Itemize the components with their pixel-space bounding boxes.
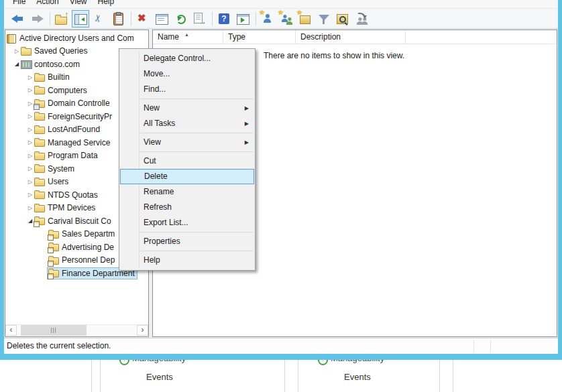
menu-separator xyxy=(140,151,254,152)
menubar-item-action[interactable]: Action xyxy=(36,0,58,6)
delete-icon xyxy=(135,11,150,26)
menu-item-new[interactable]: New xyxy=(119,101,255,116)
menu-item-move[interactable]: Move... xyxy=(119,66,255,82)
tree-expander-icon[interactable] xyxy=(26,149,34,163)
scrollbar-thumb[interactable] xyxy=(21,325,87,336)
menu-separator xyxy=(140,232,254,233)
toolbar-button-new-group[interactable] xyxy=(278,10,295,27)
column-header-description[interactable]: Description xyxy=(296,30,406,44)
menu-item-cut[interactable]: Cut xyxy=(119,153,255,169)
toolbar-button-console-window[interactable] xyxy=(234,10,251,27)
help-icon xyxy=(217,11,231,26)
refresh-icon xyxy=(173,11,188,26)
toolbar-button-properties[interactable] xyxy=(153,10,170,27)
tree-expander-icon[interactable] xyxy=(26,202,34,215)
menu-separator xyxy=(140,133,254,133)
toolbar-button-find[interactable] xyxy=(334,10,351,27)
console-body: Active Directory Users and ComSaved Quer… xyxy=(4,29,558,338)
toolbar-button-people-arrow[interactable] xyxy=(353,10,370,27)
toolbar-button-new-ou[interactable] xyxy=(296,10,314,27)
folder-icon xyxy=(34,149,46,163)
menu-item-rename[interactable]: Rename xyxy=(119,184,255,200)
column-header-name[interactable]: Name▲ xyxy=(153,30,223,44)
tree-item-label: Domain Controlle xyxy=(46,99,110,108)
menu-item-find[interactable]: Find... xyxy=(119,82,255,97)
tree-expander-icon[interactable] xyxy=(26,176,34,189)
find-icon xyxy=(335,11,350,26)
submenu-arrow-icon xyxy=(245,101,249,116)
properties-icon xyxy=(154,11,169,26)
tree-expander-icon[interactable] xyxy=(13,45,21,58)
toolbar-button-cut[interactable] xyxy=(91,10,108,27)
status-bar: Deletes the current selection. xyxy=(4,338,558,354)
tree-expander-icon[interactable] xyxy=(26,71,34,84)
tile-events-link[interactable]: Events xyxy=(344,372,371,382)
tree-item-label: System xyxy=(46,164,74,174)
tree-item-label: Advertising De xyxy=(60,243,114,252)
toolbar-button-delete[interactable] xyxy=(134,10,152,27)
tree-item-label: Personnel Dep xyxy=(60,255,115,265)
scroll-right-button[interactable] xyxy=(137,325,148,336)
tree-expander-icon[interactable] xyxy=(26,188,34,202)
tree-expander-icon[interactable] xyxy=(26,110,34,123)
tree-expander-icon[interactable] xyxy=(13,58,21,71)
tree-expander-icon[interactable] xyxy=(26,123,34,137)
column-header-type[interactable]: Type xyxy=(223,30,296,44)
toolbar-button-filter[interactable] xyxy=(315,10,333,27)
folder-icon xyxy=(34,123,46,137)
menu-item-delete[interactable]: Delete xyxy=(120,169,254,184)
context-menu: Delegate Control...Move...Find...NewAll … xyxy=(119,48,256,271)
menubar-item-help[interactable]: Help xyxy=(98,0,115,6)
tree-item-label: NTDS Quotas xyxy=(46,190,98,200)
menu-item-properties[interactable]: Properties xyxy=(119,234,255,249)
toolbar-button-back[interactable] xyxy=(9,10,27,27)
column-label: Description xyxy=(300,32,341,42)
tree-expander-icon[interactable] xyxy=(26,162,34,176)
toolbar-button-new-user[interactable] xyxy=(259,10,276,27)
menu-item-view[interactable]: View xyxy=(119,135,255,150)
menu-item-export-list[interactable]: Export List... xyxy=(119,215,255,231)
folder-icon xyxy=(34,110,46,123)
status-separator xyxy=(490,340,491,352)
menu-item-refresh[interactable]: Refresh xyxy=(119,200,255,215)
scroll-left-button[interactable] xyxy=(5,325,17,336)
column-label: Name xyxy=(158,32,179,42)
tile-events-link[interactable]: Events xyxy=(146,372,173,382)
toolbar-button-forward[interactable] xyxy=(28,10,46,27)
folder-dc-icon xyxy=(34,97,46,111)
ou-icon xyxy=(48,228,60,241)
toolbar-button-show-console-tree[interactable] xyxy=(72,10,89,27)
tree-item-label: Managed Service xyxy=(46,138,110,147)
toolbar-button-help[interactable] xyxy=(215,10,233,27)
ou-icon xyxy=(48,241,60,254)
status-separator xyxy=(473,340,474,352)
ou-icon xyxy=(48,254,60,267)
tree-item-label: ForeignSecurityPr xyxy=(46,112,112,121)
console-root-icon xyxy=(6,31,17,45)
column-label: Type xyxy=(228,32,245,42)
menu-item-all-tasks[interactable]: All Tasks xyxy=(119,116,255,131)
tree-expander-icon[interactable] xyxy=(26,136,34,149)
menu-separator xyxy=(140,251,254,251)
toolbar-button-paste[interactable] xyxy=(109,10,127,27)
menubar-item-view[interactable]: View xyxy=(70,0,87,6)
folder-icon xyxy=(34,188,46,202)
cut-icon xyxy=(92,11,107,26)
menu-item-delegate-control[interactable]: Delegate Control... xyxy=(119,51,255,66)
new-ou-icon xyxy=(298,11,313,26)
toolbar-button-export-list[interactable] xyxy=(190,10,208,27)
tree-item-label: contoso.com xyxy=(32,60,80,69)
submenu-arrow-icon xyxy=(245,116,249,131)
tree-item-label: Active Directory Users and Com xyxy=(17,34,134,43)
back-icon xyxy=(11,11,25,26)
tree-item-label: Users xyxy=(46,177,68,186)
toolbar-separator xyxy=(212,12,213,25)
tree-item-active-directory-users-and-com[interactable]: Active Directory Users and Com xyxy=(5,31,148,45)
horizontal-scrollbar xyxy=(5,324,148,336)
new-group-icon xyxy=(279,11,294,26)
menu-item-help[interactable]: Help xyxy=(119,253,255,268)
menubar-item-file[interactable]: File xyxy=(13,0,25,6)
toolbar-button-up-one-level[interactable] xyxy=(53,10,70,27)
tree-expander-icon[interactable] xyxy=(26,84,34,97)
toolbar-button-refresh[interactable] xyxy=(172,10,189,27)
